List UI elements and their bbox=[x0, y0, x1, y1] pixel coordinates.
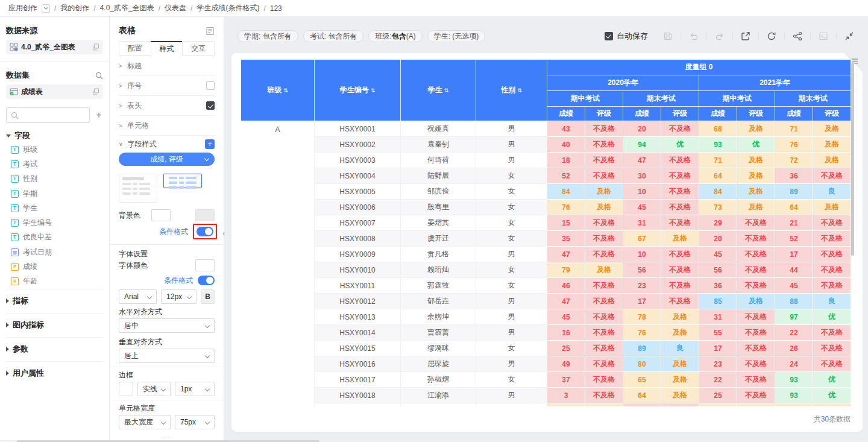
table-vertical-scrollbar[interactable] bbox=[851, 63, 854, 256]
export-sheet-icon[interactable] bbox=[206, 27, 215, 36]
font-color-swatch[interactable] bbox=[195, 259, 215, 271]
font-conditional-toggle[interactable] bbox=[198, 276, 215, 285]
breadcrumb-item[interactable]: 我的创作 bbox=[60, 3, 89, 13]
序号-checkbox[interactable] bbox=[206, 81, 215, 90]
filter-chip[interactable]: 班级: 包含(A) bbox=[368, 30, 422, 42]
refresh-icon[interactable] bbox=[767, 31, 776, 41]
sort-icon[interactable]: ⇅ bbox=[371, 87, 376, 93]
add-field-style-button[interactable]: + bbox=[205, 139, 215, 149]
font-size-select[interactable]: 12px bbox=[161, 289, 197, 304]
collapse-icon[interactable] bbox=[844, 31, 854, 41]
column-header[interactable]: 学生⇅ bbox=[401, 60, 476, 121]
breadcrumb-item[interactable]: 123 bbox=[270, 4, 282, 13]
add-field-button[interactable]: + bbox=[95, 110, 103, 121]
field-item[interactable]: T班级 bbox=[6, 142, 103, 157]
border-style-select[interactable]: 实线 bbox=[137, 382, 171, 396]
tab-配置[interactable]: 配置 bbox=[119, 41, 151, 56]
bg-color-swatch-disabled[interactable] bbox=[195, 209, 215, 221]
field-item[interactable]: T学生编号 bbox=[6, 215, 103, 230]
autosave-checkbox[interactable]: 自动保存 bbox=[605, 31, 648, 42]
border-width-select[interactable]: 1px bbox=[175, 382, 215, 396]
sidebar-group-指标[interactable]: 指标 bbox=[6, 289, 103, 313]
field-item[interactable]: T考试 bbox=[6, 157, 103, 171]
tab-样式[interactable]: 样式 bbox=[151, 41, 183, 56]
breadcrumb-item[interactable]: 仪表盘 bbox=[165, 3, 186, 13]
font-family-select[interactable]: Arial bbox=[119, 289, 157, 304]
chevron-down-icon[interactable]: ∨ bbox=[119, 141, 123, 147]
collapse-triangle-icon[interactable] bbox=[6, 134, 11, 137]
breadcrumb-dropdown[interactable] bbox=[42, 4, 50, 13]
tab-交互[interactable]: 交互 bbox=[182, 41, 215, 56]
section-标题[interactable]: >标题 bbox=[119, 56, 215, 76]
name-cell: 曹霞蔷 bbox=[401, 325, 476, 341]
search-icon[interactable] bbox=[95, 72, 103, 80]
name-cell: 赖珩灿 bbox=[401, 262, 476, 278]
field-label: 班级 bbox=[23, 145, 37, 155]
filter-chip[interactable]: 考试: 包含所有 bbox=[303, 30, 364, 42]
score-cell: 68 bbox=[699, 121, 737, 137]
share-icon[interactable] bbox=[793, 31, 802, 41]
score-cell: 20 bbox=[623, 121, 661, 137]
cell-width-mode-select[interactable]: 最大宽度 bbox=[119, 415, 171, 429]
sidebar-group-图内指标[interactable]: 图内指标 bbox=[6, 313, 103, 337]
section-序号[interactable]: >序号 bbox=[119, 76, 215, 96]
field-item[interactable]: T优良中差 bbox=[6, 230, 103, 245]
field-item[interactable]: #成绩 bbox=[6, 259, 103, 274]
style-preset-colored[interactable] bbox=[163, 174, 202, 188]
breadcrumb-item[interactable]: 4.0_贰爷_全图表 bbox=[100, 3, 154, 13]
field-item[interactable]: #年龄 bbox=[6, 274, 103, 289]
conditional-format-link[interactable]: 条件格式 bbox=[159, 227, 188, 237]
sidebar-group-用户属性[interactable]: 用户属性 bbox=[6, 361, 103, 385]
column-header[interactable]: 学生编号⇅ bbox=[315, 60, 401, 121]
score-cell: 不及格 bbox=[813, 325, 851, 341]
redo-icon[interactable] bbox=[715, 31, 725, 41]
score-cell: 优 bbox=[813, 388, 851, 403]
score-cell: 40 bbox=[547, 137, 585, 153]
copy-icon[interactable] bbox=[92, 43, 99, 51]
breadcrumb-item[interactable]: 学生成绩(条件格式) bbox=[197, 3, 259, 13]
gender-cell: 男 bbox=[476, 121, 547, 137]
datasource-item[interactable]: 4.0_贰爷_全图表 bbox=[6, 40, 103, 54]
field-search-input[interactable] bbox=[6, 107, 90, 123]
font-color-label: 字体颜色 bbox=[119, 260, 148, 271]
border-color-swatch[interactable] bbox=[119, 382, 133, 396]
undo-icon[interactable] bbox=[689, 31, 699, 41]
breadcrumb-root[interactable]: 应用创作 bbox=[8, 3, 37, 13]
bold-button[interactable]: B bbox=[201, 289, 215, 304]
checkbox-checked-icon bbox=[605, 32, 613, 40]
sidebar-group-参数[interactable]: 参数 bbox=[6, 337, 103, 361]
section-单元格[interactable]: >单元格 bbox=[119, 116, 215, 136]
export-icon[interactable] bbox=[741, 31, 750, 41]
field-item[interactable]: T学期 bbox=[6, 186, 103, 201]
conditional-format-link[interactable]: 条件格式 bbox=[164, 276, 193, 286]
h-align-select[interactable]: 居中 bbox=[119, 318, 215, 333]
bg-color-swatch[interactable] bbox=[151, 209, 171, 221]
field-item[interactable]: ▦考试日期 bbox=[6, 245, 103, 259]
field-item[interactable]: T学生 bbox=[6, 201, 103, 215]
cell-width-select[interactable]: 75px bbox=[175, 415, 215, 429]
v-align-select[interactable]: 居上 bbox=[119, 349, 215, 363]
filter-chip[interactable]: 学生: (无选项) bbox=[427, 30, 486, 42]
score-cell: 及格 bbox=[661, 309, 699, 325]
filter-chip[interactable]: 学期: 包含所有 bbox=[237, 30, 298, 42]
score-cell: 17 bbox=[699, 341, 737, 356]
name-cell bbox=[401, 403, 476, 407]
text-field-icon: T bbox=[11, 175, 19, 183]
id-cell: HSXY0002 bbox=[315, 137, 401, 153]
sort-icon[interactable]: ⇅ bbox=[444, 87, 449, 93]
panel-collapse-handle[interactable]: ‹ bbox=[222, 229, 225, 238]
column-header[interactable]: 班级⇅ bbox=[241, 60, 315, 121]
copy-icon[interactable] bbox=[92, 88, 99, 95]
conditional-format-toggle[interactable] bbox=[197, 227, 213, 236]
style-preset-plain[interactable] bbox=[119, 174, 157, 203]
score-cell: 20 bbox=[699, 231, 737, 247]
表头-checkbox[interactable] bbox=[206, 101, 215, 110]
column-header[interactable]: 性别⇅ bbox=[476, 60, 547, 121]
score-cell: 不及格 bbox=[813, 168, 851, 184]
field-style-selector[interactable]: 成绩, 评级 bbox=[119, 153, 215, 166]
dataset-item[interactable]: 成绩表 bbox=[6, 84, 103, 99]
field-item[interactable]: T性别 bbox=[6, 172, 103, 186]
sort-icon[interactable]: ⇅ bbox=[283, 87, 288, 93]
sort-icon[interactable]: ⇅ bbox=[517, 87, 522, 93]
section-表头[interactable]: >表头 bbox=[119, 96, 215, 116]
